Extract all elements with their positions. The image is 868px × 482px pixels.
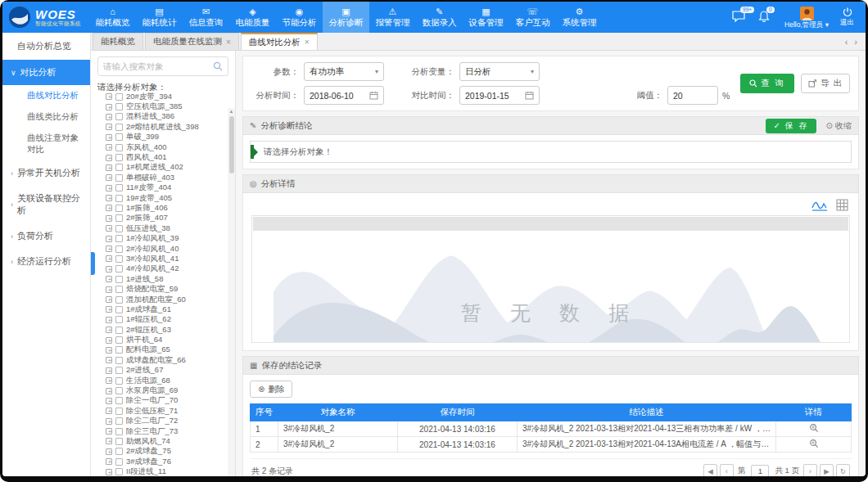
tree-expand-icon[interactable] <box>106 347 112 354</box>
tree-expand-icon[interactable] <box>106 286 112 293</box>
tree-item[interactable]: 20#皮带_394 <box>97 92 228 101</box>
table-view-button[interactable] <box>836 199 848 211</box>
tree-item[interactable]: 配料电源_65 <box>97 345 228 355</box>
tree-item[interactable]: 3#成球盘_76 <box>97 457 228 466</box>
tree-item-checkbox[interactable] <box>115 327 123 334</box>
tree-expand-icon[interactable] <box>106 296 112 303</box>
tree-item-checkbox[interactable] <box>115 214 123 222</box>
tree-item-checkbox[interactable] <box>115 276 123 283</box>
tree-item-checkbox[interactable] <box>115 124 123 131</box>
tree-item-checkbox[interactable] <box>115 235 123 242</box>
pager-prev-button[interactable]: ‹ <box>720 464 734 476</box>
tree-item[interactable]: 混料进线_386 <box>97 112 228 122</box>
compare-date-input[interactable]: 2019-01-15 <box>459 86 540 105</box>
tree-item-checkbox[interactable] <box>115 286 123 293</box>
sidebar-group-linked-device[interactable]: › 关联设备联控分析 <box>2 186 90 223</box>
tree-item[interactable]: 11#皮带_404 <box>97 183 228 193</box>
sidebar-group-compare-analysis[interactable]: ∨ 对比分析 <box>2 60 90 85</box>
tree-item-checkbox[interactable] <box>115 387 123 394</box>
delete-button[interactable]: ⊗ 删除 <box>250 381 292 398</box>
tree-expand-icon[interactable] <box>106 174 112 181</box>
sidebar-item-curve-analogy[interactable]: 曲线类比分析 <box>2 106 90 128</box>
tree-item-checkbox[interactable] <box>115 133 123 141</box>
save-button[interactable]: ✓ 保 存 <box>766 119 816 133</box>
tree-expand-icon[interactable] <box>106 357 112 363</box>
tab[interactable]: 电能质量在线监测 × <box>145 33 239 50</box>
pager-last-button[interactable]: ▶ <box>820 464 834 476</box>
tree-item[interactable]: 除尘二电厂_72 <box>97 417 228 426</box>
tree-expand-icon[interactable] <box>106 469 112 475</box>
tree-expand-icon[interactable] <box>106 367 112 374</box>
tree-item[interactable]: 2#冷却风机_40 <box>97 244 228 254</box>
tree-expand-icon[interactable] <box>106 408 112 414</box>
threshold-input[interactable] <box>667 86 718 105</box>
tree-item[interactable]: 1#成球盘_61 <box>97 304 228 314</box>
top-nav-item[interactable]: ▦ 设备管理 <box>463 2 509 33</box>
tree-item-checkbox[interactable] <box>115 144 123 151</box>
tree-item-checkbox[interactable] <box>115 103 123 110</box>
tree-item[interactable]: 西风机_401 <box>97 152 228 162</box>
tree-item-checkbox[interactable] <box>115 225 123 232</box>
tree-item[interactable]: 除尘一电厂_70 <box>97 396 228 406</box>
tree-item-checkbox[interactable] <box>115 408 123 415</box>
tree-item-checkbox[interactable] <box>115 438 123 445</box>
search-input[interactable] <box>103 61 210 71</box>
top-nav-item[interactable]: ⚠ 报警管理 <box>369 2 416 33</box>
tree-expand-icon[interactable] <box>106 104 112 110</box>
tree-item[interactable]: 2#熔结机尾进线_398 <box>97 122 228 132</box>
tree-item[interactable]: 1#振筛_406 <box>97 203 228 213</box>
tree-item-checkbox[interactable] <box>115 306 123 313</box>
tree-item-checkbox[interactable] <box>115 357 123 364</box>
tree-item[interactable]: 1#机尾进线_402 <box>97 163 228 173</box>
tree-expand-icon[interactable] <box>106 215 112 222</box>
variable-select[interactable]: 日分析 ▾ <box>459 62 540 81</box>
tree-item[interactable]: 单破_399 <box>97 133 228 142</box>
tree-expand-icon[interactable] <box>106 205 112 211</box>
tree-expand-icon[interactable] <box>106 306 112 313</box>
tree-item-checkbox[interactable] <box>115 184 123 191</box>
top-nav-item[interactable]: ✎ 数据录入 <box>416 2 463 33</box>
tree-expand-icon[interactable] <box>106 155 112 161</box>
tree-item[interactable]: 2#辊压机_63 <box>97 325 228 335</box>
analysis-date-input[interactable]: 2018-06-10 <box>304 86 384 105</box>
tree-item[interactable]: 2#成球盘_75 <box>97 447 228 457</box>
tree-item-checkbox[interactable] <box>115 205 123 212</box>
tab[interactable]: 曲线对比分析 × <box>241 33 318 50</box>
sidebar-group-economic-analysis[interactable]: › 经济运行分析 <box>2 249 90 274</box>
tree-expand-icon[interactable] <box>106 337 112 344</box>
table-row[interactable]: 2 3#冷却风机_2 2021-04-13 14:03:16 3#冷却风机_2 … <box>251 437 852 453</box>
tree-item[interactable]: 19#皮带_405 <box>97 193 228 203</box>
tree-item-checkbox[interactable] <box>115 265 123 273</box>
top-nav-item[interactable]: ✉ 信息查询 <box>183 2 229 33</box>
tree-item[interactable]: 2#振筛_407 <box>97 214 228 223</box>
tree-expand-icon[interactable] <box>106 195 112 201</box>
top-nav-item[interactable]: ▤ 能耗统计 <box>136 2 183 33</box>
tree-expand-icon[interactable] <box>106 317 112 323</box>
tree-expand-icon[interactable] <box>106 93 112 100</box>
tree-expand-icon[interactable] <box>106 246 112 252</box>
tree-item-checkbox[interactable] <box>115 448 123 455</box>
notifications-button[interactable]: 0 <box>758 11 773 24</box>
tree-item-checkbox[interactable] <box>115 458 123 466</box>
tree-expand-icon[interactable] <box>106 114 112 120</box>
tree-item[interactable]: 生活电源_68 <box>97 376 228 385</box>
tree-expand-icon[interactable] <box>106 225 112 232</box>
tree-expand-icon[interactable] <box>106 266 112 273</box>
tree-item-checkbox[interactable] <box>115 255 123 263</box>
tree-item[interactable]: 水泵房电源_69 <box>97 385 228 395</box>
tree-item[interactable]: 1#冷却风机_39 <box>97 233 228 243</box>
tree-expand-icon[interactable] <box>106 276 112 282</box>
tree-expand-icon[interactable] <box>106 134 112 141</box>
tree-item[interactable]: 成球盘配电室_66 <box>97 355 228 365</box>
query-button[interactable]: 查 询 <box>740 74 794 93</box>
tab[interactable]: 能耗概览 <box>93 33 143 50</box>
tabs-scroll-left-icon[interactable]: ‹ <box>845 37 848 47</box>
top-nav-item[interactable]: ☏ 客户互动 <box>509 2 556 33</box>
tree-item-checkbox[interactable] <box>115 296 123 304</box>
top-nav-item[interactable]: ▣ 分析诊断 <box>323 2 369 33</box>
pager-first-button[interactable]: ◀ <box>703 464 717 476</box>
row-detail-icon[interactable] <box>809 439 819 448</box>
tree-expand-icon[interactable] <box>106 448 112 455</box>
tree-item[interactable]: 低压进线_38 <box>97 223 228 233</box>
top-nav-item[interactable]: ⌂ 能耗概览 <box>89 2 136 33</box>
